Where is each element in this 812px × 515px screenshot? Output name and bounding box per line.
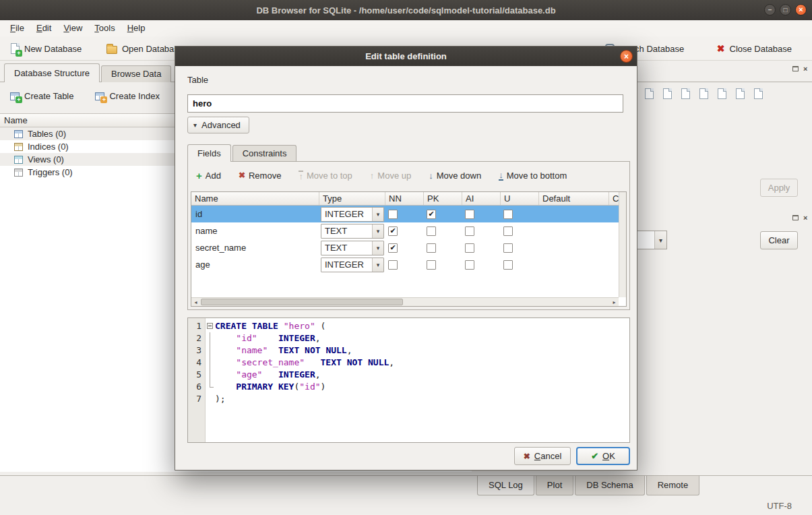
ai-checkbox[interactable] bbox=[465, 226, 474, 236]
nn-checkbox[interactable] bbox=[388, 260, 398, 270]
tab-constraints[interactable]: Constraints bbox=[232, 145, 297, 161]
field-row[interactable]: idINTEGER▾✔ bbox=[191, 206, 619, 222]
menu-view[interactable]: View bbox=[57, 20, 88, 36]
field-row[interactable]: nameTEXT▾✔ bbox=[191, 222, 619, 239]
column-header-nn[interactable]: NN bbox=[385, 192, 424, 205]
pk-checkbox[interactable] bbox=[427, 243, 436, 253]
check-cell[interactable] bbox=[609, 206, 619, 222]
line-number: 3 bbox=[188, 344, 206, 357]
cancel-button[interactable]: ✖ Cancel bbox=[514, 447, 571, 465]
column-header-u[interactable]: U bbox=[501, 192, 539, 205]
cell-editor-icon[interactable] bbox=[677, 86, 693, 101]
encoding-indicator: UTF-8 bbox=[767, 501, 792, 511]
cell-editor-icon[interactable] bbox=[641, 86, 657, 101]
nn-checkbox[interactable]: ✔ bbox=[388, 243, 398, 253]
menu-edit[interactable]: Edit bbox=[30, 20, 57, 36]
column-header-name[interactable]: Name bbox=[191, 192, 319, 205]
remove-field-button[interactable]: ✖Remove bbox=[236, 169, 284, 182]
cell-editor-icon[interactable] bbox=[695, 86, 712, 101]
default-cell[interactable] bbox=[539, 206, 609, 222]
default-cell[interactable] bbox=[539, 256, 609, 273]
check-cell[interactable] bbox=[609, 239, 619, 256]
field-name-cell[interactable]: secret_name bbox=[191, 239, 319, 256]
column-header-pk[interactable]: PK bbox=[424, 192, 462, 205]
type-combobox[interactable]: TEXT▾ bbox=[321, 224, 384, 239]
minimize-icon[interactable]: – bbox=[764, 4, 776, 16]
cell-editor-toolbar bbox=[641, 86, 766, 101]
sql-token: INTEGER bbox=[278, 332, 315, 344]
type-combobox[interactable]: INTEGER▾ bbox=[321, 207, 384, 222]
tab-database-structure[interactable]: Database Structure bbox=[4, 63, 100, 82]
ok-button[interactable]: ✔ OK bbox=[576, 447, 630, 465]
pk-checkbox[interactable] bbox=[427, 226, 436, 236]
clear-button[interactable]: Clear bbox=[760, 231, 798, 249]
maximize-icon[interactable]: □ bbox=[780, 4, 791, 16]
nn-checkbox[interactable]: ✔ bbox=[388, 226, 398, 236]
type-combobox[interactable]: TEXT▾ bbox=[321, 241, 384, 255]
menu-help[interactable]: Help bbox=[121, 20, 152, 36]
cell-editor-icon[interactable] bbox=[659, 86, 675, 101]
scrollbar-thumb[interactable] bbox=[201, 299, 403, 305]
ai-checkbox[interactable] bbox=[465, 243, 474, 253]
table-name-input[interactable] bbox=[187, 94, 623, 113]
field-row[interactable]: secret_nameTEXT▾✔ bbox=[191, 239, 619, 256]
move-to-bottom-button[interactable]: ↓Move to bottom bbox=[496, 169, 569, 182]
create-table-button[interactable]: Create Table bbox=[5, 88, 78, 104]
dock-close-icon[interactable]: × bbox=[803, 214, 807, 221]
check-cell[interactable] bbox=[609, 222, 619, 239]
tab-plot[interactable]: Plot bbox=[536, 476, 573, 495]
fields-grid: NameTypeNNPKAIUDefaultCheck idINTEGER▾✔n… bbox=[191, 191, 627, 307]
default-cell[interactable] bbox=[539, 222, 609, 239]
tab-sql-log[interactable]: SQL Log bbox=[477, 476, 534, 495]
field-name-cell[interactable]: id bbox=[191, 206, 319, 222]
menu-file[interactable]: File bbox=[4, 20, 30, 36]
remove-field-icon: ✖ bbox=[239, 171, 245, 180]
u-checkbox[interactable] bbox=[503, 210, 513, 219]
close-icon[interactable]: × bbox=[795, 4, 807, 16]
new-database-button[interactable]: New Database bbox=[7, 39, 86, 58]
type-combobox[interactable]: INTEGER▾ bbox=[321, 258, 384, 272]
float-icon[interactable] bbox=[792, 215, 799, 220]
line-number: 6 bbox=[188, 381, 206, 393]
cell-editor-icon[interactable] bbox=[732, 86, 748, 101]
ai-checkbox[interactable] bbox=[465, 260, 474, 270]
column-header-type[interactable]: Type bbox=[319, 192, 385, 205]
advanced-button[interactable]: ▾ Advanced bbox=[187, 117, 249, 133]
column-header-ai[interactable]: AI bbox=[462, 192, 501, 205]
scroll-left-icon[interactable]: ◂ bbox=[191, 298, 200, 306]
pk-checkbox[interactable] bbox=[427, 260, 436, 270]
tab-browse-data[interactable]: Browse Data bbox=[101, 65, 171, 82]
field-name-cell[interactable]: age bbox=[191, 256, 319, 273]
tab-fields[interactable]: Fields bbox=[187, 144, 231, 162]
create-index-button[interactable]: Create Index bbox=[90, 88, 164, 104]
chevron-down-icon: ▾ bbox=[372, 241, 383, 255]
close-database-button[interactable]: ✖ Close Database bbox=[713, 39, 796, 58]
cell-editor-icon[interactable] bbox=[714, 86, 730, 101]
nn-checkbox[interactable] bbox=[388, 210, 398, 219]
add-field-button[interactable]: +Add bbox=[193, 169, 224, 182]
column-header-default[interactable]: Default bbox=[539, 192, 609, 205]
vertical-scrollbar[interactable] bbox=[619, 192, 626, 297]
float-icon[interactable] bbox=[792, 66, 799, 71]
move-down-button[interactable]: ↓Move down bbox=[426, 169, 484, 182]
ai-checkbox[interactable] bbox=[465, 210, 474, 219]
default-cell[interactable] bbox=[539, 239, 609, 256]
dock-close-icon[interactable]: × bbox=[803, 65, 807, 72]
field-row[interactable]: ageINTEGER▾ bbox=[191, 256, 619, 273]
horizontal-scrollbar[interactable]: ◂ ▸ bbox=[191, 297, 619, 306]
scroll-right-icon[interactable]: ▸ bbox=[610, 298, 619, 306]
pk-checkbox[interactable]: ✔ bbox=[427, 210, 436, 219]
tab-db-schema[interactable]: DB Schema bbox=[575, 476, 644, 495]
column-header-check[interactable]: Check bbox=[609, 192, 619, 205]
fold-collapse-icon[interactable] bbox=[207, 323, 213, 329]
u-checkbox[interactable] bbox=[503, 243, 513, 253]
check-cell[interactable] bbox=[609, 256, 619, 273]
cell-editor-icon[interactable] bbox=[750, 86, 766, 101]
tab-remote[interactable]: Remote bbox=[646, 476, 700, 495]
menu-tools[interactable]: Tools bbox=[88, 20, 121, 36]
u-checkbox[interactable] bbox=[503, 226, 513, 236]
field-name-cell[interactable]: name bbox=[191, 222, 319, 239]
line-number: 5 bbox=[188, 369, 206, 381]
dialog-close-icon[interactable]: × bbox=[620, 50, 633, 63]
u-checkbox[interactable] bbox=[503, 260, 513, 270]
